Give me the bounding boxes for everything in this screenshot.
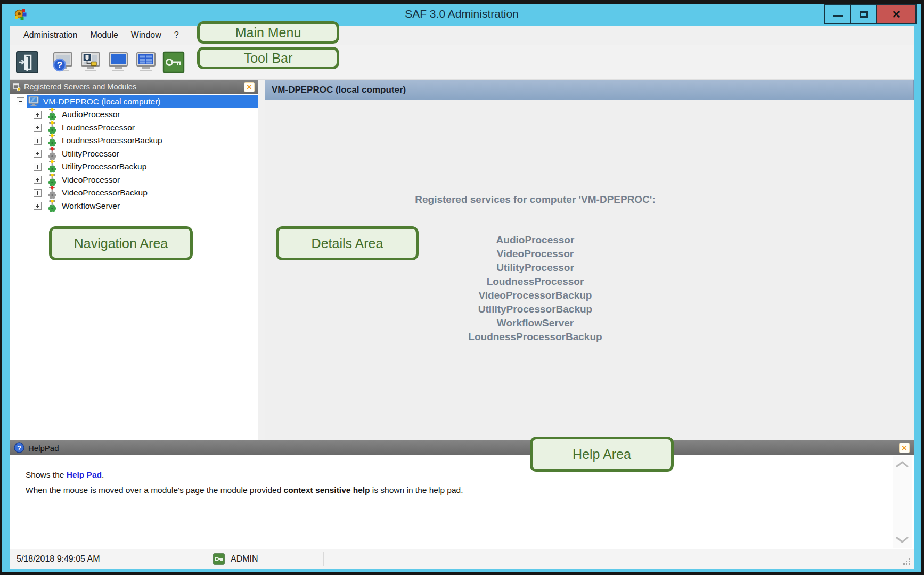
status-bar: 5/18/2018 9:49:05 AM ADMIN — [10, 549, 914, 569]
user-key-icon — [213, 553, 225, 565]
server-tree: VM-DPEPROC (local computer) AudioProcess… — [10, 94, 258, 440]
svg-text:?: ? — [17, 444, 21, 452]
tree-item-utilityprocessor[interactable]: UtilityProcessor — [10, 147, 258, 161]
helppad-toggle-button[interactable]: ? — [50, 50, 76, 75]
exit-icon — [16, 51, 38, 73]
helppad-title: HelpPad — [28, 443, 899, 453]
key-icon — [162, 51, 185, 73]
panel-pin-icon — [13, 83, 21, 91]
registered-services-block: Registered services for computer 'VM-DPE… — [265, 100, 806, 344]
tree-root-label: VM-DPEPROC (local computer) — [43, 97, 161, 106]
tree-item-label: UtilityProcessor — [62, 149, 119, 159]
main-menu-bar: Administration Module Window ? — [10, 26, 914, 45]
tree-item-utilityprocessorbackup[interactable]: UtilityProcessorBackup — [10, 160, 258, 174]
navigation-close-button[interactable]: ✕ — [244, 82, 255, 92]
tree-item-label: VideoProcessorBackup — [62, 188, 148, 198]
expand-box-icon[interactable] — [34, 189, 42, 197]
connection-button[interactable] — [78, 50, 103, 75]
tree-item-label: AudioProcessor — [62, 110, 120, 119]
help-text-bold: context sensitive help — [284, 486, 370, 495]
module-gear-icon — [46, 186, 58, 199]
resize-grip[interactable] — [909, 563, 910, 565]
tree-item-audioprocessor[interactable]: AudioProcessor — [10, 108, 258, 121]
scroll-down-button[interactable] — [895, 536, 910, 544]
module-gear-icon — [46, 200, 58, 212]
annotation-details-area: Details Area — [276, 226, 419, 260]
details-header: VM-DPEPROC (local computer) — [265, 80, 914, 100]
maximize-icon — [860, 11, 868, 18]
display-button[interactable] — [105, 50, 131, 75]
tree-item-loudnessprocessorbackup[interactable]: LoudnessProcessorBackup — [10, 134, 258, 147]
tree-item-videoprocessorbackup[interactable]: VideoProcessorBackup — [10, 186, 258, 200]
titlebar: SAF 3.0 Administration ✕ — [2, 4, 921, 26]
collapse-box-icon[interactable] — [17, 97, 24, 105]
maximize-button[interactable] — [850, 4, 877, 24]
annotation-navigation-area: Navigation Area — [49, 226, 193, 260]
module-gear-icon — [46, 121, 58, 134]
close-button[interactable]: ✕ — [876, 4, 917, 24]
tree-item-label: WorkflowServer — [62, 201, 120, 211]
scroll-up-button[interactable] — [895, 461, 910, 468]
registered-services-title: Registered services for computer 'VM-DPE… — [265, 194, 806, 206]
expand-box-icon[interactable] — [34, 163, 42, 171]
close-icon: ✕ — [892, 9, 901, 20]
chevron-down-icon — [895, 536, 910, 544]
window-title: SAF 3.0 Administration — [2, 7, 921, 20]
module-gear-icon — [46, 108, 58, 121]
tree-item-loudnessprocessor[interactable]: LoudnessProcessor — [10, 121, 258, 135]
minimize-button[interactable] — [824, 4, 851, 24]
helppad-content: Shows the Help Pad. When the mouse is mo… — [10, 455, 914, 549]
tree-item-label: LoudnessProcessor — [62, 123, 135, 133]
tree-item-label: LoudnessProcessorBackup — [62, 136, 162, 145]
tree-item-workflowserver[interactable]: WorkflowServer — [10, 200, 258, 213]
help-line-1: Shows the Help Pad. — [26, 470, 914, 480]
connection-icon — [79, 51, 102, 73]
expand-box-icon[interactable] — [34, 124, 42, 132]
help-line-2: When the mouse is moved over a module's … — [26, 486, 914, 495]
helppad-close-button[interactable]: ✕ — [899, 443, 910, 453]
menu-window[interactable]: Window — [125, 28, 168, 42]
statusbar-separator — [323, 552, 324, 566]
navigation-panel-title: Registered Servers and Modules — [24, 83, 244, 91]
chevron-up-icon — [895, 461, 910, 468]
annotation-tool-bar: Tool Bar — [197, 47, 339, 69]
menu-module[interactable]: Module — [84, 28, 124, 42]
tree-item-label: VideoProcessor — [62, 175, 120, 185]
help-text: When the mouse is moved over a module's … — [26, 486, 284, 495]
minimize-icon — [833, 15, 843, 17]
helppad-icon: ? — [52, 51, 74, 73]
help-scrollbar[interactable] — [893, 456, 912, 548]
module-gear-icon — [46, 160, 58, 173]
expand-box-icon[interactable] — [34, 137, 42, 145]
annotation-help-area: Help Area — [530, 437, 674, 472]
expand-box-icon[interactable] — [34, 176, 42, 184]
login-key-button[interactable] — [161, 50, 186, 75]
computer-icon — [28, 96, 40, 107]
expand-box-icon[interactable] — [34, 150, 42, 158]
window-controls: ✕ — [825, 4, 917, 24]
exit-button[interactable] — [14, 50, 40, 75]
menu-help[interactable]: ? — [168, 28, 185, 42]
tree-root-server[interactable]: VM-DPEPROC (local computer) — [27, 95, 258, 108]
service-name: UtilityProcessorBackup — [265, 302, 806, 316]
annotation-main-menu: Main Menu — [197, 21, 339, 44]
tree-item-videoprocessor[interactable]: VideoProcessor — [10, 174, 258, 187]
module-gear-icon — [46, 147, 58, 160]
service-name: LoudnessProcessorBackup — [265, 330, 806, 344]
help-question-icon: ? — [14, 442, 24, 453]
expand-box-icon[interactable] — [34, 202, 42, 210]
helppad-header: ? HelpPad ✕ — [10, 440, 914, 455]
svg-text:?: ? — [57, 60, 62, 70]
panel-splitter[interactable] — [258, 80, 265, 440]
menu-administration[interactable]: Administration — [17, 28, 84, 42]
service-name: LoudnessProcessor — [265, 275, 806, 289]
client-area: Administration Module Window ? — [10, 26, 914, 569]
help-text: . — [102, 470, 104, 479]
status-user-section: ADMIN — [205, 553, 323, 565]
modules-view-button[interactable] — [133, 50, 159, 75]
service-name: VideoProcessorBackup — [265, 289, 806, 302]
help-pad-link[interactable]: Help Pad — [67, 470, 102, 479]
toolbar: ? — [10, 45, 914, 80]
module-gear-icon — [46, 174, 58, 186]
expand-box-icon[interactable] — [34, 111, 42, 119]
